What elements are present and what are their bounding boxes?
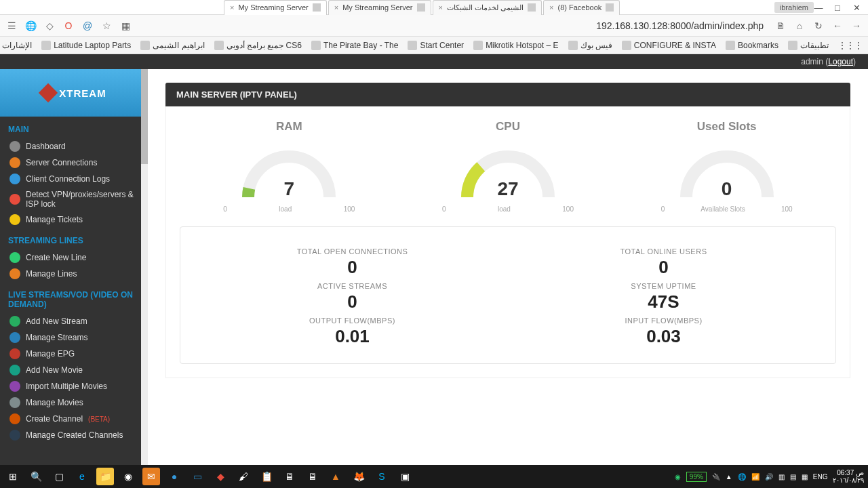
browser-tab[interactable]: ×(8) Facebook: [543, 0, 620, 15]
sidebar-item[interactable]: Dashboard: [0, 138, 148, 155]
explorer-icon[interactable]: 📁: [96, 468, 114, 485]
home-icon[interactable]: ⌂: [793, 20, 806, 32]
forward-icon[interactable]: →: [850, 20, 863, 32]
sidebar-item-icon: [9, 430, 20, 441]
sidebar-item-label: Manage Movies: [26, 398, 83, 407]
star-icon[interactable]: ☆: [100, 20, 113, 32]
gauge-sub-label: Available Slots: [701, 205, 745, 213]
search-icon[interactable]: 🔍: [27, 468, 45, 485]
logout-link[interactable]: Logout: [828, 57, 853, 66]
bookmark-item[interactable]: تطبيقات: [788, 41, 829, 50]
sidebar-item[interactable]: Manage EPG: [0, 346, 148, 362]
battery-indicator[interactable]: 99%: [686, 472, 707, 482]
clock[interactable]: 06:37 ص ٢٠١٦/٠٨/٢٩: [833, 469, 864, 484]
bookmark-item[interactable]: Latitude Laptop Parts: [41, 41, 131, 50]
url-bar[interactable]: 192.168.130.128:8000/admin/index.php: [138, 20, 768, 31]
tab-title: (8) Facebook: [558, 3, 602, 12]
tray-icon-3[interactable]: ▤: [790, 473, 796, 481]
bookmark-item[interactable]: The Pirate Bay - The: [311, 41, 399, 50]
edge-icon[interactable]: e: [73, 468, 91, 485]
vlc-icon[interactable]: ▲: [327, 468, 344, 485]
tray-power-icon[interactable]: 🔌: [712, 473, 720, 481]
sidebar-item-label: Create New Line: [26, 253, 86, 262]
tray-arrow-icon[interactable]: ▲: [726, 473, 732, 481]
tray-icon-1[interactable]: ◉: [675, 473, 681, 481]
close-button[interactable]: ✕: [852, 3, 861, 12]
tray-icon-4[interactable]: ▦: [802, 473, 808, 481]
sidebar-item[interactable]: Manage Streams: [0, 329, 148, 346]
gauge-title: RAM: [204, 120, 374, 134]
start-button[interactable]: ⊞: [4, 468, 22, 485]
task-view-icon[interactable]: ▢: [50, 468, 68, 485]
sidebar-item[interactable]: Create New Line: [0, 249, 148, 266]
app-icon-4[interactable]: 🖌: [235, 468, 252, 485]
sidebar-item[interactable]: Add New Movie: [0, 362, 148, 378]
sidebar-item[interactable]: Manage Tickets: [0, 211, 148, 228]
bookmark-item[interactable]: Bookmarks: [726, 41, 778, 50]
reload-icon[interactable]: ↻: [812, 20, 825, 32]
tray-volume-icon[interactable]: 🔊: [765, 473, 773, 481]
close-tab-icon[interactable]: ×: [439, 3, 443, 12]
chrome-icon[interactable]: ◉: [119, 468, 137, 485]
browser-tab[interactable]: ×الشيمى لخدمات الشبكات: [433, 0, 542, 15]
back-icon[interactable]: ←: [831, 20, 844, 32]
sidebar-item[interactable]: Server Connections: [0, 155, 148, 171]
app-icon-5[interactable]: 📋: [258, 468, 275, 485]
sidebar-item[interactable]: Detect VPN/proxies/servers & ISP lock: [0, 187, 148, 211]
gauge-max: 100: [562, 205, 574, 213]
bookmark-item[interactable]: Mikrotik Hotspot – E: [473, 41, 558, 50]
bookmark-item[interactable]: ابراهيم الشيمى: [140, 41, 204, 50]
page-icon[interactable]: 🗎: [774, 20, 787, 32]
tray-network-icon[interactable]: 🌐: [738, 473, 746, 481]
qr-icon[interactable]: ▦: [119, 20, 132, 32]
browser-toolbar: ☰ 🌐 ◇ O @ ☆ ▦ 192.168.130.128:8000/admin…: [0, 15, 868, 37]
sidebar-item[interactable]: Manage Lines: [0, 266, 148, 282]
app-icon-3[interactable]: ◆: [212, 468, 229, 485]
bookmark-item[interactable]: فيس بوك: [568, 41, 612, 50]
stats-panel: TOTAL OPEN CONNECTIONS0ACTIVE STREAMS0OU…: [180, 226, 836, 364]
sidebar-scrollbar[interactable]: [141, 69, 148, 465]
page-icon: [528, 3, 536, 12]
close-tab-icon[interactable]: ×: [549, 3, 553, 12]
app-icon-6[interactable]: 🖥: [281, 468, 298, 485]
sidebar-item-icon: [9, 194, 20, 205]
app-icon-1[interactable]: ●: [165, 468, 183, 485]
bookmark-item[interactable]: CONFIGURE & INSTA: [622, 41, 716, 50]
minimize-button[interactable]: —: [814, 3, 823, 12]
scrollbar-thumb[interactable]: [141, 69, 148, 164]
tray-icon-2[interactable]: ▥: [778, 473, 785, 481]
sidebar-item-label: Server Connections: [26, 158, 97, 167]
dropbox-icon[interactable]: ◇: [43, 20, 56, 32]
sidebar-item-label: Dashboard: [26, 142, 66, 151]
sidebar-item[interactable]: Client Connection Logs: [0, 171, 148, 187]
opera-icon[interactable]: O: [62, 20, 75, 32]
skype-icon[interactable]: S: [373, 468, 391, 485]
app-icon-8[interactable]: ▣: [396, 468, 414, 485]
app-icon-7[interactable]: 🖥: [304, 468, 321, 485]
sidebar-item[interactable]: Import Multiple Movies: [0, 378, 148, 394]
firefox-icon[interactable]: 🦊: [350, 468, 368, 485]
maximize-button[interactable]: □: [833, 3, 842, 12]
close-tab-icon[interactable]: ×: [334, 3, 338, 12]
apps-grid-icon[interactable]: ⋮⋮⋮: [838, 41, 863, 50]
language-indicator[interactable]: ENG: [813, 473, 828, 481]
sidebar-item[interactable]: Manage Created Channels: [0, 427, 148, 443]
bookmark-item[interactable]: Start Center: [408, 41, 464, 50]
os-user-badge: ibrahiem: [774, 2, 814, 13]
at-icon[interactable]: @: [81, 20, 94, 32]
sidebar-item[interactable]: Create Channel (BETA): [0, 411, 148, 427]
gauge-chart: 7: [235, 143, 343, 204]
bookmark-item[interactable]: جميع برامج أدوبي CS6: [214, 41, 302, 50]
close-tab-icon[interactable]: ×: [230, 3, 234, 12]
menu-icon[interactable]: ☰: [5, 20, 18, 32]
browser-tab[interactable]: ×My Streaming Server: [224, 0, 327, 15]
globe-icon[interactable]: 🌐: [24, 20, 37, 32]
logo[interactable]: XTREAM: [0, 69, 148, 117]
bookmark-item[interactable]: الإشارات الأخرى: [0, 41, 32, 50]
app-icon-2[interactable]: ▭: [189, 468, 206, 485]
browser-tab[interactable]: ×My Streaming Server: [328, 0, 431, 15]
sidebar-item[interactable]: Add New Stream: [0, 313, 148, 329]
outlook-icon[interactable]: ✉: [142, 468, 160, 485]
tray-wifi-icon[interactable]: 📶: [751, 473, 760, 481]
sidebar-item[interactable]: Manage Movies: [0, 394, 148, 411]
